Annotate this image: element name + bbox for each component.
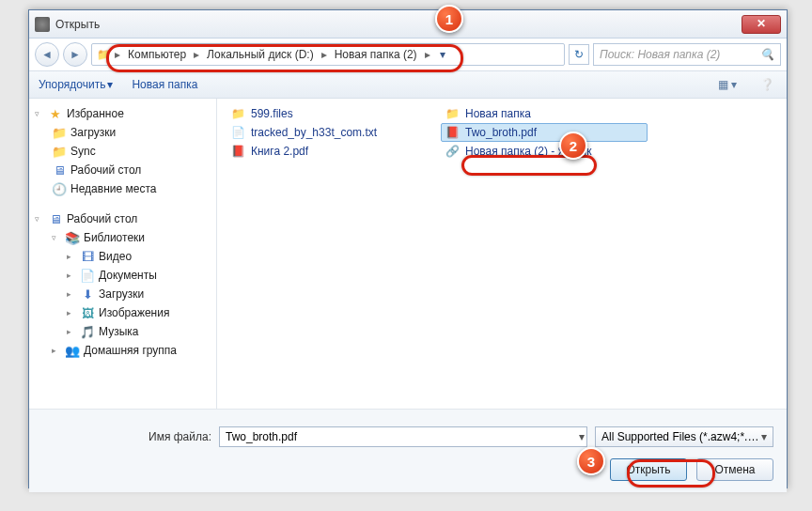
folder-icon: 📁: [52, 144, 67, 159]
list-item[interactable]: 📄tracked_by_h33t_com.txt: [226, 123, 433, 142]
breadcrumb[interactable]: Новая папка (2): [331, 48, 421, 61]
callout-badge-2: 2: [559, 132, 587, 160]
help-button[interactable]: ❔: [757, 74, 777, 95]
search-input[interactable]: Поиск: Новая папка (2) 🔍: [593, 43, 781, 66]
button-row: Открыть Отмена: [42, 458, 773, 481]
back-button[interactable]: ◄: [35, 42, 59, 67]
sidebar-item-downloads[interactable]: 📁Загрузки: [29, 123, 216, 142]
pdf-icon: 📕: [230, 144, 245, 159]
breadcrumb[interactable]: Локальный диск (D:): [203, 48, 318, 61]
shortcut-icon: 🔗: [445, 144, 460, 159]
nav-row: ◄ ► 📁 ▸ Компьютер ▸ Локальный диск (D:) …: [29, 39, 787, 70]
desktop-header[interactable]: ▿🖥Рабочий стол: [29, 209, 216, 228]
file-type-filter[interactable]: All Supported Files (*.azw4;*.azv ▾: [595, 426, 773, 447]
list-item[interactable]: 🔗Новая папка (2) - Ярлык: [441, 142, 648, 161]
sidebar-item-images[interactable]: ▸🖼Изображения: [29, 303, 216, 322]
pdf-icon: 📕: [445, 125, 460, 140]
window-title: Открыть: [55, 18, 742, 31]
desktop-icon: 🖥: [48, 211, 63, 226]
download-icon: ⬇: [80, 286, 95, 302]
filename-input[interactable]: Two_broth.pdf ▾: [219, 426, 587, 447]
forward-button[interactable]: ►: [63, 42, 87, 67]
chevron-right-icon: ▸: [321, 48, 327, 61]
filename-row: Имя файла: Two_broth.pdf ▾ All Supported…: [42, 426, 773, 447]
list-item[interactable]: 📕Книга 2.pdf: [226, 142, 433, 161]
address-dropdown[interactable]: ▾: [434, 48, 451, 61]
open-file-dialog: Открыть ✕ ◄ ► 📁 ▸ Компьютер ▸ Локальный …: [28, 9, 788, 488]
callout-badge-1: 1: [435, 5, 463, 33]
document-icon: 📄: [80, 268, 95, 283]
cancel-button[interactable]: Отмена: [696, 458, 773, 481]
breadcrumb[interactable]: Компьютер: [124, 48, 190, 61]
file-list: 📁599.files 📄tracked_by_h33t_com.txt 📕Кни…: [217, 99, 787, 409]
address-bar[interactable]: 📁 ▸ Компьютер ▸ Локальный диск (D:) ▸ Но…: [91, 43, 565, 66]
desktop-icon: 🖥: [52, 163, 67, 178]
sidebar-item-recent[interactable]: 🕘Недавние места: [29, 179, 216, 198]
search-placeholder: Поиск: Новая папка (2): [600, 48, 720, 61]
sidebar-item-desktop[interactable]: 🖥Рабочий стол: [29, 161, 216, 179]
libraries-header[interactable]: ▿📚Библиотеки: [29, 228, 216, 247]
folder-icon: 📁: [445, 106, 460, 121]
sidebar-item-music[interactable]: ▸🎵Музыка: [29, 322, 216, 341]
folder-icon: 📁: [96, 47, 111, 62]
file-column: 📁Новая папка 📕Two_broth.pdf 🔗Новая папка…: [441, 104, 648, 161]
open-button[interactable]: Открыть: [610, 458, 687, 481]
file-column: 📁599.files 📄tracked_by_h33t_com.txt 📕Кни…: [226, 104, 433, 161]
callout-badge-3: 3: [577, 447, 605, 475]
dialog-body: ▿★Избранное 📁Загрузки 📁Sync 🖥Рабочий сто…: [29, 99, 787, 409]
close-button[interactable]: ✕: [742, 15, 781, 34]
chevron-right-icon: ▸: [425, 48, 430, 61]
new-folder-button[interactable]: Новая папка: [132, 78, 197, 91]
chevron-down-icon: ▾: [107, 78, 113, 91]
favorites-header[interactable]: ▿★Избранное: [29, 104, 216, 123]
sidebar-item-documents[interactable]: ▸📄Документы: [29, 266, 216, 285]
app-icon: [35, 17, 50, 32]
homegroup-header[interactable]: ▸👥Домашняя группа: [29, 341, 216, 360]
refresh-button[interactable]: ↻: [569, 44, 589, 65]
chevron-down-icon[interactable]: ▾: [579, 430, 585, 443]
folder-icon: 📁: [230, 106, 245, 121]
bottom-panel: Имя файла: Two_broth.pdf ▾ All Supported…: [29, 409, 787, 492]
list-item[interactable]: 📁Новая папка: [441, 104, 648, 123]
filename-label: Имя файла:: [42, 430, 211, 443]
pictures-icon: 🖼: [80, 305, 95, 320]
chevron-right-icon: ▸: [194, 48, 199, 61]
text-file-icon: 📄: [230, 125, 245, 140]
chevron-down-icon: ▾: [761, 430, 767, 443]
video-icon: 🎞: [80, 249, 95, 264]
sidebar-item-video[interactable]: ▸🎞Видео: [29, 247, 216, 266]
recent-icon: 🕘: [52, 181, 67, 196]
music-icon: 🎵: [80, 324, 95, 339]
navigation-pane: ▿★Избранное 📁Загрузки 📁Sync 🖥Рабочий сто…: [29, 99, 217, 409]
toolbar: Упорядочить ▾ Новая папка ▦ ▾ ❔: [29, 70, 787, 99]
list-item[interactable]: 📁599.files: [226, 104, 433, 123]
library-icon: 📚: [65, 230, 80, 245]
titlebar: Открыть ✕: [29, 10, 787, 39]
chevron-right-icon: ▸: [115, 48, 120, 61]
search-icon: 🔍: [760, 48, 774, 61]
folder-icon: 📁: [52, 125, 67, 140]
organize-menu[interactable]: Упорядочить ▾: [39, 78, 113, 91]
homegroup-icon: 👥: [65, 343, 80, 358]
list-item-selected[interactable]: 📕Two_broth.pdf: [441, 123, 648, 142]
sidebar-item-sync[interactable]: 📁Sync: [29, 142, 216, 161]
star-icon: ★: [48, 106, 63, 121]
view-options-button[interactable]: ▦ ▾: [717, 74, 738, 95]
sidebar-item-downloads2[interactable]: ▸⬇Загрузки: [29, 285, 216, 303]
